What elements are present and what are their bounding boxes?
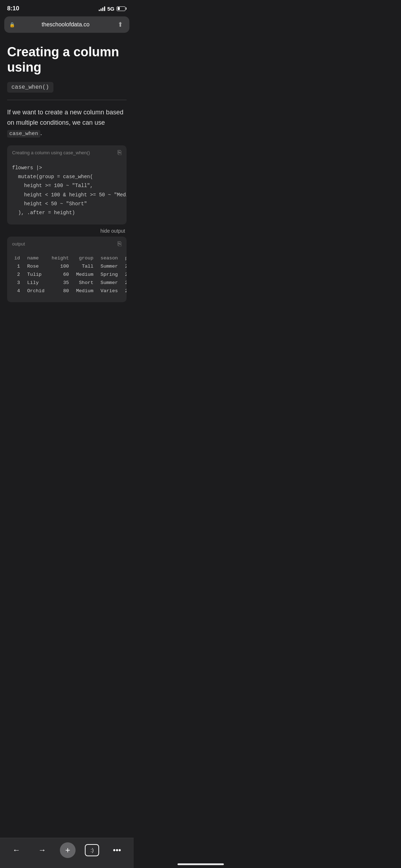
copy-code-icon[interactable]: ⎘	[118, 149, 122, 156]
table-cell: Summer	[97, 262, 122, 270]
table-column-header: id	[11, 254, 24, 262]
main-content: Creating a column using case_when() If w…	[0, 36, 134, 352]
network-type: 5G	[107, 6, 114, 12]
table-column-header: name	[24, 254, 48, 262]
table-cell: 2	[11, 270, 24, 279]
table-cell: 4	[11, 287, 24, 295]
code-block-title: Creating a column using case_when()	[12, 150, 90, 155]
table-row: 1Rose100TallSummer2018-0	[11, 262, 127, 270]
table-cell: 1	[11, 262, 24, 270]
signal-bars-icon	[99, 6, 105, 11]
table-cell: Rose	[24, 262, 48, 270]
code-block: Creating a column using case_when() ⎘ fl…	[7, 145, 127, 224]
url-text: theschoolofdata.co	[18, 21, 113, 28]
table-cell: Lily	[24, 279, 48, 287]
table-cell: 2018-0	[122, 262, 127, 270]
table-row: 2Tulip60MediumSpring2019-1	[11, 270, 127, 279]
table-cell: Short	[72, 279, 97, 287]
page-title: Creating a column using	[7, 44, 127, 75]
output-table: idnameheightgroupseasonplant. 1Rose100Ta…	[7, 251, 127, 302]
code-block-content: flowers |> mutate(group = case_when( hei…	[7, 160, 127, 224]
table-column-header: season	[97, 254, 122, 262]
table-cell: 2022-0	[122, 287, 127, 295]
status-bar: 8:10 5G	[0, 0, 134, 15]
table-row: 3Lily35ShortSummer2019-0	[11, 279, 127, 287]
table-cell: 2019-0	[122, 279, 127, 287]
table-cell: 3	[11, 279, 24, 287]
table-column-header: plant.	[122, 254, 127, 262]
description: If we want to create a new column based …	[7, 107, 127, 138]
battery-icon	[117, 6, 127, 11]
description-code-inline: case_when	[7, 130, 40, 138]
description-text-before: If we want to create a new column based …	[7, 109, 123, 126]
subtitle-code: case_when()	[7, 82, 53, 93]
share-button[interactable]: ⬆	[116, 20, 124, 29]
table-cell: Tall	[72, 262, 97, 270]
description-text-after: .	[40, 129, 42, 136]
table-column-header: height	[48, 254, 73, 262]
table-cell: Medium	[72, 287, 97, 295]
address-bar[interactable]: 🔒 theschoolofdata.co ⬆	[4, 16, 129, 33]
table-cell: 2019-1	[122, 270, 127, 279]
table-cell: 35	[48, 279, 73, 287]
copy-output-icon[interactable]: ⎘	[118, 240, 122, 248]
table-cell: 80	[48, 287, 73, 295]
table-cell: 100	[48, 262, 73, 270]
table-row: 4Orchid80MediumVaries2022-0	[11, 287, 127, 295]
table-cell: Orchid	[24, 287, 48, 295]
table-cell: Varies	[97, 287, 122, 295]
output-header: output ⎘	[7, 237, 127, 251]
divider	[7, 100, 127, 100]
table-cell: Summer	[97, 279, 122, 287]
table-column-header: group	[72, 254, 97, 262]
status-time: 8:10	[7, 5, 19, 12]
table-cell: 60	[48, 270, 73, 279]
table-header-row: idnameheightgroupseasonplant.	[11, 254, 127, 262]
status-icons: 5G	[99, 6, 127, 12]
table-cell: Spring	[97, 270, 122, 279]
output-label: output	[12, 241, 25, 247]
lock-icon: 🔒	[9, 22, 15, 27]
hide-output-label[interactable]: hide output	[7, 228, 127, 234]
output-block: output ⎘ idnameheightgroupseasonplant. 1…	[7, 237, 127, 302]
code-block-header: Creating a column using case_when() ⎘	[7, 145, 127, 160]
table-cell: Tulip	[24, 270, 48, 279]
table-cell: Medium	[72, 270, 97, 279]
